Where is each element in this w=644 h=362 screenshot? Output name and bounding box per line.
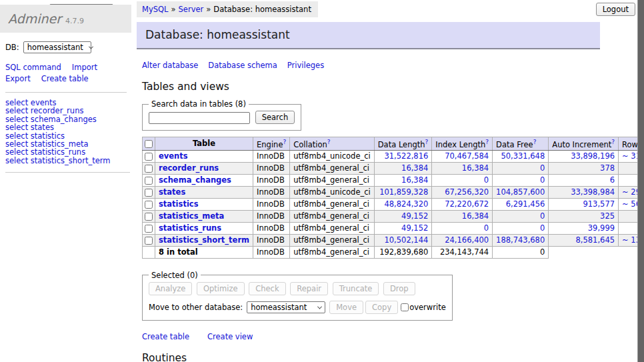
- data-free-link[interactable]: 104,857,600: [496, 187, 545, 197]
- data-free-link[interactable]: 0: [540, 211, 545, 221]
- table-name-link[interactable]: events: [159, 151, 188, 161]
- bulk-action-button[interactable]: Drop: [383, 282, 415, 295]
- data-length-link[interactable]: 49,152: [401, 223, 428, 233]
- table-row: eventsInnoDButf8mb4_unicode_ci31,522,816…: [143, 150, 644, 162]
- sidebar-action-link[interactable]: Create table: [41, 74, 89, 83]
- data-free-link[interactable]: 0: [540, 163, 545, 173]
- data-free-link[interactable]: 0: [540, 175, 545, 185]
- table-row: statistics_metaInnoDButf8mb4_general_ci4…: [143, 210, 644, 222]
- sidebar-select-link[interactable]: select statistics_runs: [5, 148, 130, 156]
- data-free-link[interactable]: 50,331,648: [501, 151, 545, 161]
- search-button[interactable]: Search: [255, 111, 295, 124]
- collation-cell: utf8mb4_general_ci: [290, 174, 375, 186]
- table-row: statesInnoDButf8mb4_unicode_ci101,859,32…: [143, 186, 644, 198]
- column-help-link[interactable]: ?: [485, 139, 489, 145]
- search-input[interactable]: [149, 112, 250, 124]
- create-link[interactable]: Create table: [142, 332, 189, 341]
- auto-increment-link[interactable]: 913,577: [583, 199, 615, 209]
- auto-increment-link[interactable]: 33,398,984: [571, 187, 615, 197]
- auto-increment-link[interactable]: 6: [610, 175, 615, 185]
- row-checkbox[interactable]: [145, 153, 153, 161]
- table-name-link[interactable]: statistics: [159, 199, 199, 209]
- bulk-action-button[interactable]: Analyze: [149, 282, 192, 295]
- sidebar-action-link[interactable]: Export: [5, 74, 31, 83]
- auto-increment-link[interactable]: 8,581,645: [576, 235, 615, 245]
- sidebar-actions: SQL commandImportExportCreate table: [5, 62, 127, 93]
- index-length-link[interactable]: 16,384: [462, 163, 489, 173]
- table-row: recorder_runsInnoDButf8mb4_general_ci16,…: [143, 162, 644, 174]
- row-checkbox[interactable]: [145, 165, 153, 173]
- sidebar-action-link[interactable]: Import: [72, 63, 97, 72]
- logout-button[interactable]: Logout: [596, 3, 635, 16]
- column-help-link[interactable]: ?: [283, 139, 286, 145]
- copy-button[interactable]: Copy: [365, 301, 398, 314]
- overwrite-checkbox[interactable]: [401, 303, 409, 311]
- create-link[interactable]: Create view: [207, 332, 253, 341]
- index-length-link[interactable]: 67,256,320: [445, 187, 489, 197]
- bulk-action-button[interactable]: Repair: [290, 282, 328, 295]
- index-length-link[interactable]: 72,220,672: [445, 199, 489, 209]
- move-db-select[interactable]: homeassistant: [247, 301, 325, 313]
- index-length-link[interactable]: 0: [484, 175, 489, 185]
- table-row: statistics_short_termInnoDButf8mb4_gener…: [143, 234, 644, 246]
- data-length-link[interactable]: 16,384: [401, 175, 428, 185]
- data-length-link[interactable]: 10,502,144: [384, 235, 428, 245]
- search-legend: Search data in tables (8): [149, 99, 249, 109]
- search-fieldset: Search data in tables (8) Search: [142, 99, 301, 131]
- index-length-link[interactable]: 0: [484, 223, 489, 233]
- data-length-link[interactable]: 48,824,320: [384, 199, 428, 209]
- row-checkbox[interactable]: [145, 213, 153, 221]
- table-name-link[interactable]: statistics_runs: [159, 223, 221, 233]
- auto-increment-link[interactable]: 33,898,196: [571, 151, 615, 161]
- row-checkbox[interactable]: [145, 177, 153, 185]
- auto-increment-link[interactable]: 378: [600, 163, 615, 173]
- table-name-link[interactable]: statistics_meta: [159, 211, 224, 221]
- table-name-link[interactable]: recorder_runs: [159, 163, 219, 173]
- column-help-link[interactable]: ?: [611, 139, 615, 145]
- auto-increment-link[interactable]: 39,999: [588, 223, 615, 233]
- collation-cell: utf8mb4_general_ci: [290, 210, 375, 222]
- bulk-action-button[interactable]: Optimize: [197, 282, 245, 295]
- data-free-link[interactable]: 188,743,680: [496, 235, 545, 245]
- sidebar-select-link[interactable]: select statistics_short_term: [5, 157, 130, 165]
- column-help-link[interactable]: ?: [533, 139, 537, 145]
- total-data-free: 0: [493, 246, 549, 258]
- data-length-link[interactable]: 16,384: [401, 163, 428, 173]
- move-button[interactable]: Move: [329, 301, 363, 314]
- index-length-link[interactable]: 24,166,400: [445, 235, 489, 245]
- collation-cell: utf8mb4_general_ci: [290, 198, 375, 210]
- db-action-link[interactable]: Database schema: [208, 61, 277, 70]
- page-title: Database: homeassistant: [137, 22, 600, 49]
- index-length-link[interactable]: 70,467,584: [445, 151, 489, 161]
- data-free-link[interactable]: 6,291,456: [506, 199, 545, 209]
- column-help-link[interactable]: ?: [327, 139, 331, 145]
- table-name-link[interactable]: statistics_short_term: [159, 235, 249, 245]
- sidebar-select-link[interactable]: select states: [5, 123, 130, 131]
- db-action-link[interactable]: Privileges: [287, 61, 324, 70]
- data-length-link[interactable]: 31,522,816: [384, 151, 428, 161]
- row-checkbox[interactable]: [145, 189, 153, 197]
- breadcrumb-link-mysql[interactable]: MySQL: [142, 5, 169, 14]
- data-length-link[interactable]: 101,859,328: [379, 187, 428, 197]
- data-free-link[interactable]: 0: [540, 223, 545, 233]
- vertical-scrollbar[interactable]: [637, 0, 644, 362]
- row-checkbox[interactable]: [145, 237, 153, 245]
- table-row: schema_changesInnoDButf8mb4_general_ci16…: [143, 174, 644, 186]
- collation-cell: utf8mb4_general_ci: [290, 222, 375, 234]
- select-all-checkbox[interactable]: [145, 140, 153, 148]
- row-checkbox[interactable]: [145, 201, 153, 209]
- bulk-action-button[interactable]: Truncate: [333, 282, 379, 295]
- db-action-link[interactable]: Alter database: [142, 61, 198, 70]
- column-help-link[interactable]: ?: [425, 139, 429, 145]
- sidebar-action-link[interactable]: SQL command: [5, 63, 61, 72]
- index-length-link[interactable]: 16,384: [462, 211, 489, 221]
- data-length-link[interactable]: 49,152: [401, 211, 428, 221]
- table-name-link[interactable]: states: [159, 187, 185, 197]
- sidebar-select-link[interactable]: select recorder_runs: [5, 107, 130, 115]
- bulk-action-button[interactable]: Check: [249, 282, 285, 295]
- table-name-link[interactable]: schema_changes: [159, 175, 231, 185]
- row-checkbox[interactable]: [145, 225, 153, 233]
- db-select[interactable]: homeassistant: [23, 41, 91, 53]
- breadcrumb-link-server[interactable]: Server: [179, 5, 204, 14]
- auto-increment-link[interactable]: 325: [600, 211, 615, 221]
